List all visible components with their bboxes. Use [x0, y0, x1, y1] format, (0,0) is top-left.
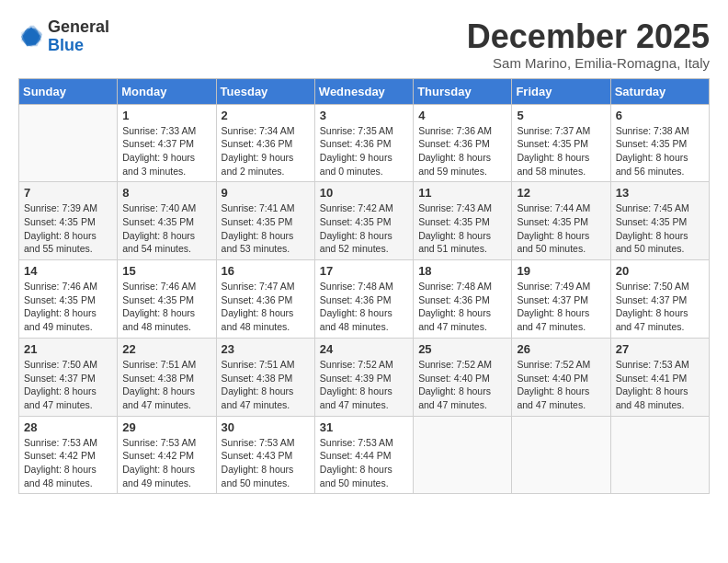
day-info: Sunrise: 7:35 AMSunset: 4:36 PMDaylight:…	[320, 124, 408, 178]
day-info: Sunrise: 7:53 AMSunset: 4:42 PMDaylight:…	[24, 436, 112, 490]
day-number: 1	[122, 109, 210, 122]
day-info: Sunrise: 7:53 AMSunset: 4:43 PMDaylight:…	[222, 436, 310, 490]
day-number: 12	[517, 186, 605, 200]
day-number: 2	[222, 109, 310, 122]
calendar-cell: 22Sunrise: 7:51 AMSunset: 4:38 PMDayligh…	[118, 338, 216, 416]
calendar-cell: 24Sunrise: 7:52 AMSunset: 4:39 PMDayligh…	[314, 338, 413, 416]
day-info: Sunrise: 7:42 AMSunset: 4:35 PMDaylight:…	[320, 201, 408, 256]
calendar-cell: 11Sunrise: 7:43 AMSunset: 4:35 PMDayligh…	[414, 182, 512, 260]
day-number: 13	[616, 186, 704, 200]
calendar-week-row: 7Sunrise: 7:39 AMSunset: 4:35 PMDaylight…	[19, 182, 710, 260]
day-info: Sunrise: 7:38 AMSunset: 4:35 PMDaylight:…	[616, 124, 704, 178]
calendar-cell: 30Sunrise: 7:53 AMSunset: 4:43 PMDayligh…	[216, 416, 314, 494]
header-tuesday: Tuesday	[216, 78, 314, 104]
calendar-cell: 6Sunrise: 7:38 AMSunset: 4:35 PMDaylight…	[610, 104, 709, 182]
day-number: 24	[320, 342, 408, 356]
header-friday: Friday	[512, 78, 610, 104]
calendar-cell: 2Sunrise: 7:34 AMSunset: 4:36 PMDaylight…	[216, 104, 314, 182]
calendar-cell: 18Sunrise: 7:48 AMSunset: 4:36 PMDayligh…	[414, 260, 512, 339]
day-number: 3	[320, 109, 408, 122]
day-number: 31	[320, 420, 408, 434]
day-number: 20	[616, 264, 704, 278]
day-number: 26	[517, 342, 605, 356]
header: General Blue December 2025 Sam Marino, E…	[18, 18, 710, 71]
title-section: December 2025 Sam Marino, Emilia-Romagna…	[467, 18, 710, 71]
day-info: Sunrise: 7:50 AMSunset: 4:37 PMDaylight:…	[24, 358, 112, 412]
day-number: 29	[122, 420, 210, 434]
day-info: Sunrise: 7:39 AMSunset: 4:35 PMDaylight:…	[24, 201, 112, 256]
calendar-cell: 4Sunrise: 7:36 AMSunset: 4:36 PMDaylight…	[414, 104, 512, 182]
calendar-cell: 25Sunrise: 7:52 AMSunset: 4:40 PMDayligh…	[414, 338, 512, 416]
day-number: 8	[122, 186, 210, 200]
day-info: Sunrise: 7:41 AMSunset: 4:35 PMDaylight:…	[222, 201, 310, 256]
day-number: 19	[517, 264, 605, 278]
calendar-week-row: 14Sunrise: 7:46 AMSunset: 4:35 PMDayligh…	[19, 260, 710, 339]
calendar-cell: 3Sunrise: 7:35 AMSunset: 4:36 PMDaylight…	[314, 104, 413, 182]
day-info: Sunrise: 7:34 AMSunset: 4:36 PMDaylight:…	[222, 124, 310, 178]
day-info: Sunrise: 7:44 AMSunset: 4:35 PMDaylight:…	[517, 201, 605, 256]
calendar-cell: 20Sunrise: 7:50 AMSunset: 4:37 PMDayligh…	[610, 260, 709, 339]
header-wednesday: Wednesday	[314, 78, 413, 104]
day-info: Sunrise: 7:53 AMSunset: 4:44 PMDaylight:…	[320, 436, 408, 490]
day-number: 21	[24, 342, 112, 356]
header-monday: Monday	[118, 78, 216, 104]
calendar-cell: 7Sunrise: 7:39 AMSunset: 4:35 PMDaylight…	[19, 182, 118, 260]
calendar-cell	[19, 104, 118, 182]
calendar-cell: 27Sunrise: 7:53 AMSunset: 4:41 PMDayligh…	[610, 338, 709, 416]
day-number: 17	[320, 264, 408, 278]
day-info: Sunrise: 7:53 AMSunset: 4:41 PMDaylight:…	[616, 358, 704, 412]
calendar-cell: 28Sunrise: 7:53 AMSunset: 4:42 PMDayligh…	[19, 416, 118, 494]
calendar-cell: 14Sunrise: 7:46 AMSunset: 4:35 PMDayligh…	[19, 260, 118, 339]
day-number: 25	[418, 342, 506, 356]
day-info: Sunrise: 7:37 AMSunset: 4:35 PMDaylight:…	[517, 124, 605, 178]
location-subtitle: Sam Marino, Emilia-Romagna, Italy	[467, 55, 710, 71]
calendar-week-row: 28Sunrise: 7:53 AMSunset: 4:42 PMDayligh…	[19, 416, 710, 494]
day-number: 22	[122, 342, 210, 356]
header-saturday: Saturday	[610, 78, 709, 104]
day-number: 7	[24, 186, 112, 200]
calendar-cell: 29Sunrise: 7:53 AMSunset: 4:42 PMDayligh…	[118, 416, 216, 494]
day-number: 23	[222, 342, 310, 356]
calendar-cell: 16Sunrise: 7:47 AMSunset: 4:36 PMDayligh…	[216, 260, 314, 339]
day-info: Sunrise: 7:52 AMSunset: 4:39 PMDaylight:…	[320, 358, 408, 412]
day-number: 6	[616, 109, 704, 122]
day-info: Sunrise: 7:47 AMSunset: 4:36 PMDaylight:…	[222, 280, 310, 334]
day-number: 27	[616, 342, 704, 356]
day-info: Sunrise: 7:49 AMSunset: 4:37 PMDaylight:…	[517, 280, 605, 334]
day-number: 18	[418, 264, 506, 278]
calendar-cell: 26Sunrise: 7:52 AMSunset: 4:40 PMDayligh…	[512, 338, 610, 416]
day-info: Sunrise: 7:48 AMSunset: 4:36 PMDaylight:…	[320, 280, 408, 334]
day-info: Sunrise: 7:33 AMSunset: 4:37 PMDaylight:…	[122, 124, 210, 178]
month-title: December 2025	[467, 18, 710, 55]
calendar-cell: 19Sunrise: 7:49 AMSunset: 4:37 PMDayligh…	[512, 260, 610, 339]
day-number: 4	[418, 109, 506, 122]
day-info: Sunrise: 7:48 AMSunset: 4:36 PMDaylight:…	[418, 280, 506, 334]
day-number: 14	[24, 264, 112, 278]
day-info: Sunrise: 7:51 AMSunset: 4:38 PMDaylight:…	[122, 358, 210, 412]
calendar-cell: 21Sunrise: 7:50 AMSunset: 4:37 PMDayligh…	[19, 338, 118, 416]
calendar-week-row: 21Sunrise: 7:50 AMSunset: 4:37 PMDayligh…	[19, 338, 710, 416]
day-number: 15	[122, 264, 210, 278]
header-thursday: Thursday	[414, 78, 512, 104]
day-info: Sunrise: 7:40 AMSunset: 4:35 PMDaylight:…	[122, 201, 210, 256]
day-info: Sunrise: 7:43 AMSunset: 4:35 PMDaylight:…	[418, 201, 506, 256]
calendar-week-row: 1Sunrise: 7:33 AMSunset: 4:37 PMDaylight…	[19, 104, 710, 182]
calendar-cell	[512, 416, 610, 494]
calendar-cell: 8Sunrise: 7:40 AMSunset: 4:35 PMDaylight…	[118, 182, 216, 260]
calendar-cell: 12Sunrise: 7:44 AMSunset: 4:35 PMDayligh…	[512, 182, 610, 260]
calendar-cell: 31Sunrise: 7:53 AMSunset: 4:44 PMDayligh…	[314, 416, 413, 494]
calendar-cell	[610, 416, 709, 494]
day-info: Sunrise: 7:36 AMSunset: 4:36 PMDaylight:…	[418, 124, 506, 178]
calendar-cell: 23Sunrise: 7:51 AMSunset: 4:38 PMDayligh…	[216, 338, 314, 416]
day-info: Sunrise: 7:53 AMSunset: 4:42 PMDaylight:…	[122, 436, 210, 490]
logo-blue-text: Blue	[48, 36, 84, 54]
calendar-header-row: Sunday Monday Tuesday Wednesday Thursday…	[19, 78, 710, 104]
calendar-cell: 5Sunrise: 7:37 AMSunset: 4:35 PMDaylight…	[512, 104, 610, 182]
day-info: Sunrise: 7:46 AMSunset: 4:35 PMDaylight:…	[24, 280, 112, 334]
calendar-cell: 15Sunrise: 7:46 AMSunset: 4:35 PMDayligh…	[118, 260, 216, 339]
calendar-cell: 13Sunrise: 7:45 AMSunset: 4:35 PMDayligh…	[610, 182, 709, 260]
calendar-cell: 10Sunrise: 7:42 AMSunset: 4:35 PMDayligh…	[314, 182, 413, 260]
day-number: 9	[222, 186, 310, 200]
day-number: 5	[517, 109, 605, 122]
calendar-cell: 9Sunrise: 7:41 AMSunset: 4:35 PMDaylight…	[216, 182, 314, 260]
